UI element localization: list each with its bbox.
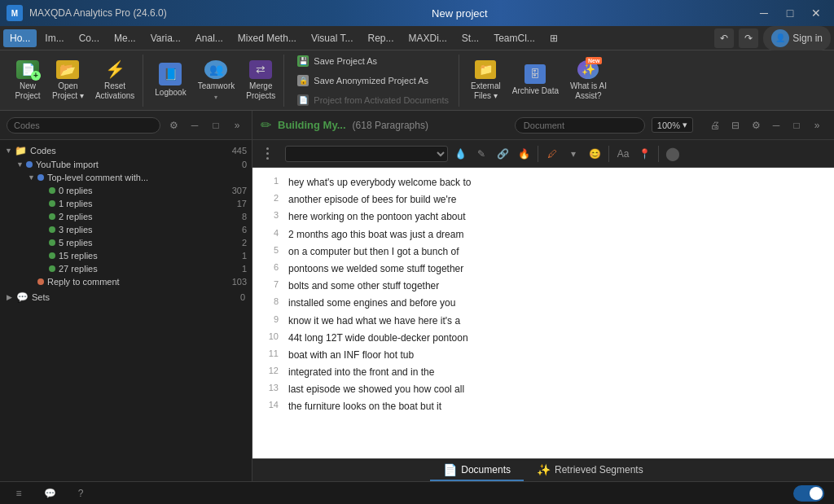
tree-codes-root[interactable]: ▼ 📁 Codes 445 xyxy=(0,143,252,158)
codes-search-input[interactable] xyxy=(7,117,160,134)
project-from-icon: 📄 xyxy=(297,94,309,106)
5replies-icon xyxy=(49,239,55,246)
codes-more-icon[interactable]: » xyxy=(229,117,245,134)
emoji-icon[interactable]: 😊 xyxy=(586,145,604,163)
doc-expand-icon[interactable]: □ xyxy=(788,116,805,134)
doc-minimize-icon[interactable]: ─ xyxy=(767,116,785,134)
teamwork-button[interactable]: 👥 Teamwork ▾ xyxy=(193,57,240,104)
help-status-icon[interactable]: ? xyxy=(72,484,90,502)
toolbar: 📄 NewProject 📂 OpenProject ▾ ⚡ ResetActi… xyxy=(0,50,834,111)
doc-settings-icon[interactable]: ⚙ xyxy=(747,116,765,134)
text-format-icon[interactable]: Aa xyxy=(614,145,632,163)
title-bar-left: M MAXQDA Analytics Pro (24.6.0) xyxy=(7,5,167,21)
save-icon: 💾 xyxy=(297,55,309,67)
menu-item-home[interactable]: Ho... xyxy=(3,29,37,47)
document-search-input[interactable] xyxy=(515,117,645,134)
maximize-button[interactable]: □ xyxy=(779,5,801,21)
tree-toplevel-comment[interactable]: ▼ Top-level comment with... xyxy=(0,171,252,184)
menu-item-stats[interactable]: St... xyxy=(455,29,485,47)
code-color-icon[interactable]: 💧 xyxy=(451,145,469,163)
tree-youtube-import[interactable]: ▼ YouTube import 0 xyxy=(0,158,252,171)
tree-reply-to-comment[interactable]: Reply to comment 103 xyxy=(0,275,252,288)
split-view-icon[interactable]: ⊟ xyxy=(726,116,744,134)
sign-in-button[interactable]: 👤 Sign in xyxy=(763,26,831,50)
toggle-mode-icon[interactable]: ⬤ xyxy=(664,145,682,163)
link-icon[interactable]: 🔗 xyxy=(494,145,511,163)
menu-item-import[interactable]: Im... xyxy=(38,29,70,47)
highlight-pen-icon[interactable]: 🖊 xyxy=(543,145,561,163)
menu-item-reports[interactable]: Rep... xyxy=(361,29,400,47)
doc-more-icon[interactable]: » xyxy=(808,116,826,134)
window-title: New project xyxy=(432,7,488,20)
highlight-red-icon[interactable]: 🔥 xyxy=(515,145,533,163)
menu-item-visual[interactable]: Visual T... xyxy=(305,29,360,47)
settings-status-icon[interactable]: ≡ xyxy=(10,484,28,502)
external-files-button[interactable]: 📁 ExternalFiles ▾ xyxy=(466,57,506,104)
menu-item-maxdi[interactable]: MAXDi... xyxy=(402,29,454,47)
line-text-4: 2 months ago this boat was just a dream xyxy=(288,227,463,243)
doc-line-14: 14 the furniture looks on the boat but i… xyxy=(252,398,834,415)
toggle-switch[interactable] xyxy=(793,485,824,502)
codes-expand-icon[interactable]: □ xyxy=(208,117,224,134)
27replies-label: 27 replies xyxy=(59,264,222,274)
menu-item-codes[interactable]: Co... xyxy=(72,29,106,47)
tree-3-replies[interactable]: 3 replies 6 xyxy=(0,223,252,236)
line-text-12: integrated into the front and in the xyxy=(288,365,434,380)
open-project-button[interactable]: 📂 OpenProject ▾ xyxy=(47,57,89,104)
menu-item-analysis[interactable]: Anal... xyxy=(189,29,230,47)
merge-projects-button[interactable]: ⇄ MergeProjects xyxy=(241,57,280,104)
tab-documents[interactable]: 📄 Documents xyxy=(430,460,524,481)
memo-icon[interactable]: ✎ xyxy=(472,145,490,163)
zoom-control[interactable]: 100% ▾ xyxy=(652,117,693,133)
youtube-code-icon xyxy=(26,161,33,168)
minimize-button[interactable]: ─ xyxy=(753,5,775,21)
line-number-2: 2 xyxy=(259,192,288,203)
toolbar-separator-3 xyxy=(658,146,659,162)
27replies-icon xyxy=(49,265,55,272)
doc-toolbar-more[interactable] xyxy=(259,146,275,162)
tree-5-replies[interactable]: 5 replies 2 xyxy=(0,236,252,249)
save-anonymized-button[interactable]: 🔒 Save Anonymized Project As xyxy=(291,72,435,89)
doc-line-4: 4 2 months ago this boat was just a drea… xyxy=(252,226,834,243)
codes-minimize-icon[interactable]: ─ xyxy=(187,117,203,134)
tree-0-replies[interactable]: 0 replies 307 xyxy=(0,184,252,197)
menu-item-teamcl[interactable]: TeamCl... xyxy=(487,29,542,47)
undo-button[interactable]: ↶ xyxy=(714,28,734,48)
tree-27-replies[interactable]: 27 replies 1 xyxy=(0,262,252,275)
tab-retrieved-segments[interactable]: ✨ Retrieved Segments xyxy=(524,460,656,481)
youtube-import-label: YouTube import xyxy=(36,160,222,169)
menu-item-variables[interactable]: Varia... xyxy=(144,29,187,47)
save-project-as-button[interactable]: 💾 Save Project As xyxy=(291,53,384,69)
doc-line-2: 2 another episode of bees for build we'r… xyxy=(252,191,834,208)
tree-15-replies[interactable]: 15 replies 1 xyxy=(0,249,252,262)
tree-sets[interactable]: ▶ 💬 Sets 0 xyxy=(0,288,252,306)
documents-tab-icon: 📄 xyxy=(443,463,457,476)
tree-1-replies[interactable]: 1 replies 17 xyxy=(0,197,252,210)
close-button[interactable]: ✕ xyxy=(805,5,827,21)
print-icon[interactable]: 🖨 xyxy=(706,116,724,134)
new-project-button[interactable]: 📄 NewProject xyxy=(10,57,46,104)
codes-settings-icon[interactable]: ⚙ xyxy=(165,117,182,134)
project-from-activated-button[interactable]: 📄 Project from Activated Documents xyxy=(291,92,455,108)
highlight-dropdown-icon[interactable]: ▾ xyxy=(564,145,582,163)
tree-2-replies[interactable]: 2 replies 8 xyxy=(0,210,252,223)
geo-icon[interactable]: 📍 xyxy=(635,145,653,163)
code-selector[interactable] xyxy=(285,146,448,162)
menu-item-memos[interactable]: Me... xyxy=(108,29,143,47)
logbook-button[interactable]: 📘 Logbook xyxy=(150,57,191,104)
toplevel-code-icon xyxy=(37,174,44,181)
0replies-icon xyxy=(49,187,55,194)
redo-button[interactable]: ↷ xyxy=(739,28,758,48)
doc-line-11: 11 boat with an INF floor hot tub xyxy=(252,347,834,364)
reset-activations-button[interactable]: ⚡ ResetActivations xyxy=(90,57,139,104)
archive-data-button[interactable]: 🗄 Archive Data xyxy=(507,57,564,104)
toolbar-separator-2 xyxy=(608,146,609,162)
line-text-3: here working on the pontoon yacht about xyxy=(288,209,466,225)
menu-item-grid[interactable]: ⊞ xyxy=(543,29,564,47)
menu-item-mixed[interactable]: Mixed Meth... xyxy=(231,29,303,47)
ai-assist-button[interactable]: ✨ New What is AIAssist? xyxy=(565,57,612,104)
codes-root-label: Codes xyxy=(30,146,222,156)
chat-status-icon[interactable]: 💬 xyxy=(41,484,59,502)
merge-icon: ⇄ xyxy=(249,60,272,79)
line-text-1: hey what's up everybody welcome back to xyxy=(288,175,471,191)
